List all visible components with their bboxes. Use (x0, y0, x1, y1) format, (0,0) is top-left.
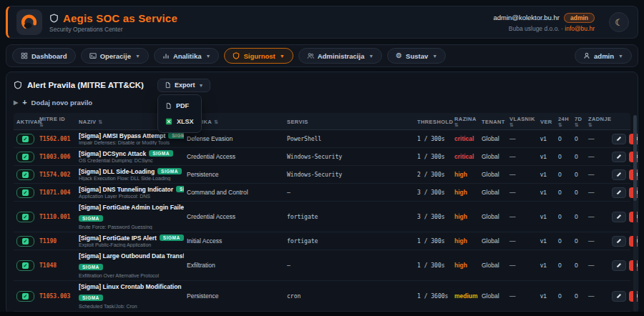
column-header-zadnje[interactable]: ZADNJE⇅ (585, 116, 609, 127)
active-cell: ✓ (14, 291, 36, 302)
xlsx-icon (165, 118, 172, 125)
mitre-id-cell: T1110.001 (36, 214, 76, 220)
mitre-id-cell: T1562.001 (36, 136, 76, 142)
export-dropdown-menu: PDFXLSX (157, 94, 202, 133)
check-icon: ✓ (22, 214, 29, 220)
mitre-id-cell: T1190 (36, 238, 76, 245)
nav-item-operacije[interactable]: Operacije▼ (81, 48, 149, 64)
column-header-razina[interactable]: RAZINA⇅ (452, 116, 479, 127)
check-icon: ✓ (22, 189, 29, 196)
version-cell: v1 (537, 213, 555, 220)
nav-item-sustav[interactable]: ⚙Sustav▼ (387, 48, 446, 64)
rule-name-cell: [Sigma] DNS Tunneling IndicatorSIGMAAppl… (76, 186, 184, 199)
last-seen-cell: — (585, 171, 609, 178)
export-menu-item-pdf[interactable]: PDF (158, 98, 201, 114)
mitre-id-cell: T1574.002 (36, 172, 76, 178)
app-logo (16, 9, 42, 35)
file-icon (165, 82, 171, 89)
active-checkbox[interactable]: ✓ (16, 260, 34, 271)
rule-name-cell: [Sigma] FortiGate IPS AlertSIGMAExploit … (76, 234, 184, 247)
edit-button[interactable] (612, 187, 626, 198)
add-rule-toggle[interactable]: ▶ + Dodaj novo pravilo (14, 97, 630, 107)
column-header-24h[interactable]: 24H⇅ (555, 116, 572, 127)
nav-item-administracija[interactable]: Administracija▼ (298, 48, 382, 64)
tactic-cell: Command and Control (184, 189, 284, 196)
rule-name-cell: [Sigma] Large Outbound Data TransferSIGM… (76, 252, 184, 278)
rule-title: [Sigma] DLL Side-LoadingSIGMA (79, 168, 184, 175)
rule-title: [Sigma] Large Outbound Data Transfer (79, 252, 184, 260)
owner-cell: — (507, 135, 537, 142)
count-7d-cell: 0 (572, 292, 585, 300)
file-icon (165, 102, 172, 109)
check-icon: ✓ (22, 136, 29, 142)
count-24h-cell: 0 (555, 153, 572, 160)
active-cell: ✓ (14, 169, 36, 180)
chevron-down-icon: ▼ (432, 54, 437, 59)
export-menu-item-xlsx[interactable]: XLSX (158, 114, 201, 129)
org-email-link[interactable]: info@bu.hr (565, 25, 595, 32)
count-7d-cell: 0 (572, 213, 585, 220)
sort-icon: ⇅ (509, 122, 514, 127)
org-name: Buba usluge d.o.o. · (509, 25, 565, 32)
active-cell: ✓ (14, 152, 36, 162)
nav-item-sigurnost[interactable]: Sigurnost▼ (224, 48, 293, 64)
edit-button[interactable] (612, 236, 626, 247)
user-menu-button[interactable]: admin ▼ (575, 48, 632, 64)
shield-icon (233, 52, 240, 59)
sigma-badge: SIGMA (176, 186, 184, 192)
edit-button[interactable] (612, 152, 626, 162)
sigma-badge: SIGMA (168, 132, 184, 139)
count-7d-cell: 0 (572, 237, 585, 245)
sigma-badge: SIGMA (157, 168, 182, 174)
add-rule-label: Dodaj novo pravilo (31, 99, 93, 107)
column-header-7d[interactable]: 7D⇅ (572, 116, 585, 127)
edit-button[interactable] (612, 212, 626, 222)
active-cell: ✓ (14, 236, 36, 247)
active-checkbox[interactable]: ✓ (16, 152, 34, 162)
version-cell: v1 (537, 292, 555, 300)
theme-toggle-button[interactable]: ☾ (609, 12, 629, 32)
edit-button[interactable] (612, 169, 626, 180)
active-cell: ✓ (14, 260, 36, 271)
count-24h-cell: 0 (555, 262, 572, 269)
last-seen-cell: — (585, 262, 609, 269)
mitre-id-cell: T1003.006 (36, 154, 76, 160)
last-seen-cell: — (585, 189, 609, 196)
column-header-vlasnik[interactable]: VLASNIK⇅ (507, 116, 537, 127)
check-icon: ✓ (22, 238, 29, 245)
active-checkbox[interactable]: ✓ (16, 236, 34, 247)
nav-item-label: Sigurnost (243, 52, 275, 60)
export-label: Export (175, 82, 195, 89)
active-checkbox[interactable]: ✓ (16, 169, 34, 180)
owner-cell: — (507, 171, 537, 178)
active-checkbox[interactable]: ✓ (16, 291, 34, 302)
edit-button[interactable] (612, 260, 626, 271)
vertical-scrollbar[interactable] (633, 115, 637, 312)
edit-button[interactable] (612, 291, 626, 302)
user-menu-label: admin (594, 52, 614, 60)
export-menu-item-label: XLSX (177, 118, 194, 125)
active-checkbox[interactable]: ✓ (16, 212, 34, 222)
edit-button[interactable] (612, 134, 626, 144)
nav-item-analitika[interactable]: Analitika▼ (154, 48, 220, 64)
column-header-mitre-id[interactable]: MITRE ID⇅ (36, 116, 76, 127)
chevron-down-icon: ▼ (198, 83, 203, 88)
export-button[interactable]: Export ▼ (157, 79, 210, 92)
active-checkbox[interactable]: ✓ (16, 187, 34, 198)
nav-item-dashboard[interactable]: Dashboard (12, 48, 76, 64)
active-checkbox[interactable]: ✓ (16, 134, 34, 144)
threshold-cell: 1 / 300s (414, 238, 452, 245)
table-row: ✓T1053.003[Sigma] Linux Crontab Modifica… (14, 281, 630, 312)
active-cell: ✓ (14, 134, 36, 144)
last-seen-cell: — (585, 213, 609, 220)
scrollbar-thumb[interactable] (633, 115, 637, 201)
last-seen-cell: — (585, 153, 609, 160)
version-cell: v1 (537, 237, 555, 245)
level-cell: critical (452, 153, 479, 160)
mitre-id-cell: T1071.004 (36, 189, 76, 196)
column-header-label: THRESHOLD (417, 119, 453, 125)
count-7d-cell: 0 (572, 153, 585, 160)
table-row: ✓T1110.001[Sigma] FortiGate Admin Login … (14, 202, 630, 232)
rule-name-cell: [Sigma] DCSync AttackSIGMAOS Credential … (76, 150, 184, 163)
rule-title: [Sigma] FortiGate IPS AlertSIGMA (79, 234, 184, 242)
